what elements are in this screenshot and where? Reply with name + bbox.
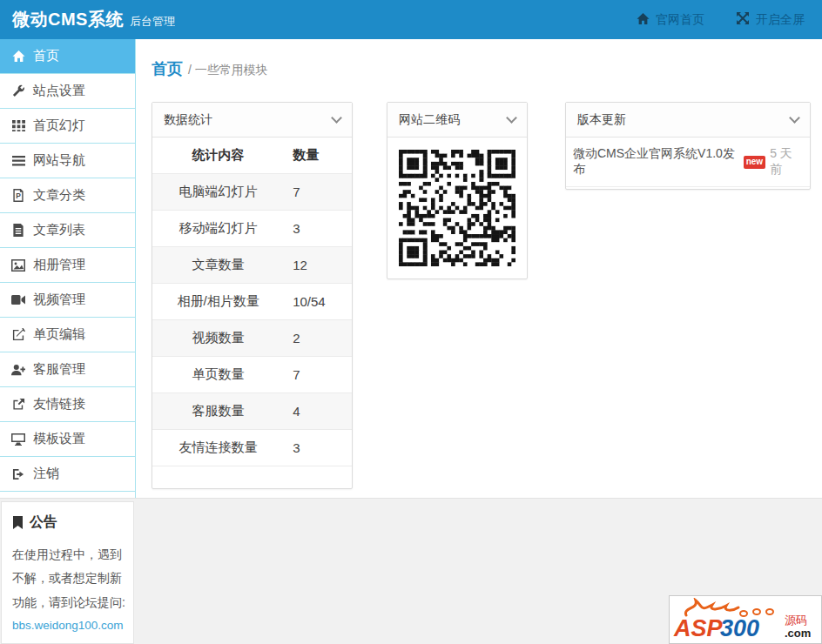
sidebar-item-label: 注销: [33, 466, 59, 482]
update-text: 微动CMS企业官网系统V1.0发布: [573, 146, 739, 178]
stat-value: 7: [284, 174, 352, 211]
stat-value: 2: [284, 320, 352, 357]
qrcode-image: [399, 150, 515, 266]
edit-icon: [11, 328, 25, 342]
topbar-links: 官网首页开启全屏: [637, 11, 805, 28]
sidebar-item-site-nav[interactable]: 网站导航: [0, 144, 135, 178]
sidebar-item-album-manage[interactable]: 相册管理: [0, 248, 135, 283]
wrench-icon: [11, 84, 25, 98]
announcement-body: 在使用过程中，遇到不解，或者想定制新功能，请到论坛提问:: [12, 543, 126, 614]
sidebar-item-page-edit[interactable]: 单页编辑: [0, 318, 135, 352]
sidebar-item-friend-links[interactable]: 友情链接: [0, 387, 135, 422]
qrcode-panel: 网站二维码: [387, 102, 528, 279]
video-camera-icon: [11, 293, 25, 307]
stat-value: 4: [284, 393, 352, 430]
stats-table-header-row: 统计内容 数量: [152, 138, 352, 174]
stat-label: 单页数量: [152, 357, 284, 393]
sidebar-item-site-settings[interactable]: 站点设置: [0, 74, 135, 109]
qrcode-panel-title: 网站二维码: [399, 112, 460, 128]
stats-row-3: 相册/相片数量10/54: [152, 284, 352, 320]
sidebar-item-home-slides[interactable]: 首页幻灯: [0, 109, 135, 144]
forum-link[interactable]: bbs.weidong100.com: [12, 614, 124, 637]
watermark-text-asp: ASP: [673, 615, 724, 641]
top-link-label: 官网首页: [656, 12, 704, 28]
monitor-icon: [11, 433, 25, 446]
breadcrumb-current[interactable]: 首页: [152, 58, 183, 79]
sidebar-item-label: 相册管理: [33, 257, 85, 273]
chevron-down-icon[interactable]: [789, 112, 800, 124]
stats-panel-title: 数据统计: [164, 112, 212, 128]
stat-label: 移动端幻灯片: [152, 211, 284, 247]
home-icon: [637, 12, 650, 28]
stat-value: 3: [284, 430, 352, 466]
stat-value: 12: [284, 247, 352, 284]
sidebar-item-label: 单页编辑: [33, 326, 85, 343]
sidebar-item-label: 站点设置: [33, 83, 85, 99]
brand: 微动CMS系统 后台管理: [12, 8, 175, 31]
sidebar-menu: 首页站点设置首页幻灯网站导航P文章分类文章列表相册管理视频管理单页编辑客服管理友…: [0, 39, 136, 498]
stats-row-1: 移动端幻灯片3: [152, 211, 352, 247]
top-link-label: 开启全屏: [756, 12, 805, 28]
main-content: 首页 / 一些常用模块 数据统计 统计内容 数量 电脑端幻灯片7移动端幻灯片3文…: [137, 39, 822, 498]
logout-icon: [11, 467, 25, 481]
update-item-0[interactable]: 微动CMS企业官网系统V1.0发布new5 天前: [566, 138, 810, 187]
updates-list: 微动CMS企业官网系统V1.0发布new5 天前: [566, 138, 810, 189]
stat-label: 文章数量: [152, 247, 284, 284]
announcement-title: 公告: [30, 513, 57, 532]
new-badge: new: [744, 156, 765, 169]
chevron-down-icon[interactable]: [506, 112, 517, 124]
stats-table: 统计内容 数量 电脑端幻灯片7移动端幻灯片3文章数量12相册/相片数量10/54…: [152, 138, 352, 466]
sidebar-item-label: 网站导航: [33, 152, 85, 169]
stat-label: 友情连接数量: [152, 430, 284, 466]
stats-col-count: 数量: [284, 138, 352, 174]
stat-value: 3: [284, 211, 352, 247]
sidebar-item-home[interactable]: 首页: [0, 39, 135, 74]
top-link-fullscreen[interactable]: 开启全屏: [736, 11, 805, 28]
sidebar-item-logout[interactable]: 注销: [0, 457, 135, 492]
bookmark-icon: [12, 516, 24, 529]
watermark-text-com: .com: [785, 627, 811, 640]
qrcode-body: [387, 138, 527, 278]
sidebar-item-label: 首页幻灯: [33, 117, 85, 134]
breadcrumb: 首页 / 一些常用模块: [152, 58, 268, 79]
stats-row-0: 电脑端幻灯片7: [152, 174, 352, 211]
home-icon: [11, 50, 25, 64]
asp300-logo: ASP 300 源码 .com: [672, 598, 819, 641]
fullscreen-icon: [736, 11, 750, 28]
file-text-icon: [11, 224, 25, 238]
stat-value: 7: [284, 357, 352, 393]
sidebar-item-label: 模板设置: [33, 431, 85, 447]
update-time: 5 天前: [770, 146, 803, 178]
stats-row-6: 客服数量4: [152, 393, 352, 430]
photo-icon: [11, 258, 25, 272]
sidebar-item-service-manage[interactable]: 客服管理: [0, 352, 135, 387]
chevron-down-icon[interactable]: [331, 112, 342, 124]
updates-panel-title: 版本更新: [577, 112, 626, 128]
svg-text:P: P: [16, 191, 21, 200]
updates-panel-header[interactable]: 版本更新: [566, 103, 810, 138]
sidebar-item-label: 首页: [33, 48, 59, 64]
sidebar-item-label: 友情链接: [33, 396, 85, 413]
qrcode-panel-header[interactable]: 网站二维码: [387, 103, 527, 138]
file-p-icon: P: [11, 189, 25, 203]
grid-icon: [11, 119, 25, 133]
top-link-site-home[interactable]: 官网首页: [637, 11, 704, 28]
app-title: 微动CMS系统: [12, 8, 124, 31]
stats-panel-header[interactable]: 数据统计: [152, 103, 352, 138]
stat-label: 客服数量: [152, 393, 284, 430]
sidebar-item-label: 视频管理: [33, 292, 85, 308]
stats-table-footer-space: [152, 466, 352, 488]
sidebar-item-template-settings[interactable]: 模板设置: [0, 422, 135, 457]
stats-table-body: 电脑端幻灯片7移动端幻灯片3文章数量12相册/相片数量10/54视频数量2单页数…: [152, 174, 352, 466]
watermark-text-yuanma: 源码: [785, 614, 807, 627]
stat-label: 电脑端幻灯片: [152, 174, 284, 211]
sidebar-item-article-list[interactable]: 文章列表: [0, 213, 135, 248]
stat-label: 相册/相片数量: [152, 284, 284, 320]
stat-label: 视频数量: [152, 320, 284, 357]
sidebar-item-label: 客服管理: [33, 361, 85, 378]
user-plus-icon: [11, 363, 25, 377]
sidebar-item-article-category[interactable]: P文章分类: [0, 178, 135, 213]
announcement-header: 公告: [12, 513, 126, 532]
announcement-panel: 公告 在使用过程中，遇到不解，或者想定制新功能，请到论坛提问: bbs.weid…: [1, 501, 134, 644]
sidebar-item-video-manage[interactable]: 视频管理: [0, 283, 135, 318]
